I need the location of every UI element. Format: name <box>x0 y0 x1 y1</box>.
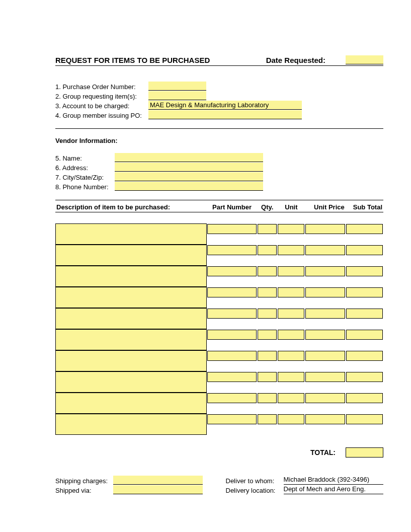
price-field[interactable] <box>305 224 345 234</box>
unit-field[interactable] <box>278 309 304 319</box>
table-row <box>55 287 383 298</box>
items-table: Description of item to be purchased: Par… <box>55 202 383 435</box>
group-member-label: 4. Group member issuing PO: <box>55 112 148 119</box>
price-field[interactable] <box>305 372 345 382</box>
qty-field[interactable] <box>258 245 277 255</box>
price-field[interactable] <box>305 309 345 319</box>
part-field[interactable] <box>207 414 257 424</box>
part-field[interactable] <box>207 287 257 297</box>
unit-field[interactable] <box>278 266 304 276</box>
date-requested-label: Date Requested: <box>266 56 325 64</box>
qty-field[interactable] <box>258 287 277 297</box>
shipping-charges-field[interactable] <box>113 476 203 485</box>
description-field[interactable] <box>55 308 207 329</box>
part-field[interactable] <box>207 351 257 361</box>
vendor-csz-field[interactable] <box>115 172 263 181</box>
qty-field[interactable] <box>258 224 277 234</box>
unit-field[interactable] <box>278 393 304 403</box>
shipping-charges-label: Shipping charges: <box>55 477 113 485</box>
table-row <box>55 245 383 256</box>
part-field[interactable] <box>207 266 257 276</box>
date-requested-field[interactable] <box>346 55 383 64</box>
vendor-address-field[interactable] <box>115 163 263 172</box>
part-field[interactable] <box>207 309 257 319</box>
sub-field[interactable] <box>346 287 383 297</box>
price-field[interactable] <box>305 330 345 340</box>
price-field[interactable] <box>305 287 345 297</box>
part-field[interactable] <box>207 330 257 340</box>
unit-field[interactable] <box>278 372 304 382</box>
part-field[interactable] <box>207 372 257 382</box>
part-field[interactable] <box>207 245 257 255</box>
total-row: TOTAL: <box>55 447 383 458</box>
divider <box>55 200 383 200</box>
price-field[interactable] <box>305 266 345 276</box>
sub-field[interactable] <box>346 330 383 340</box>
vendor-csz-label: 7. City/State/Zip: <box>55 174 115 181</box>
po-number-field[interactable] <box>148 82 206 91</box>
group-requesting-field[interactable] <box>148 91 206 100</box>
description-field[interactable] <box>55 350 207 371</box>
vendor-address-label: 6. Address: <box>55 164 115 172</box>
qty-field[interactable] <box>258 372 277 382</box>
qty-field[interactable] <box>258 266 277 276</box>
sub-field[interactable] <box>346 245 383 255</box>
table-row <box>55 329 383 340</box>
sub-field[interactable] <box>346 224 383 234</box>
qty-field[interactable] <box>258 330 277 340</box>
col-description: Description of item to be purchased: <box>55 202 207 212</box>
unit-field[interactable] <box>278 287 304 297</box>
description-field[interactable] <box>55 329 207 350</box>
sub-field[interactable] <box>346 309 383 319</box>
col-unit: Unit <box>277 202 305 212</box>
description-field[interactable] <box>55 371 207 393</box>
table-row <box>55 350 383 361</box>
price-field[interactable] <box>305 414 345 424</box>
vendor-name-label: 5. Name: <box>55 155 115 162</box>
sub-field[interactable] <box>346 372 383 382</box>
part-field[interactable] <box>207 393 257 403</box>
description-field[interactable] <box>55 287 207 308</box>
vendor-phone-label: 8. Phone Number: <box>55 183 115 191</box>
table-row <box>55 223 383 235</box>
header-row: REQUEST FOR ITEMS TO BE PURCHASED Date R… <box>55 55 383 66</box>
price-field[interactable] <box>305 351 345 361</box>
sub-field[interactable] <box>346 414 383 424</box>
qty-field[interactable] <box>258 393 277 403</box>
qty-field[interactable] <box>258 414 277 424</box>
unit-field[interactable] <box>278 224 304 234</box>
deliver-to-value: Michael Braddock (392-3496) <box>284 476 384 485</box>
description-field[interactable] <box>55 245 207 266</box>
price-field[interactable] <box>305 393 345 403</box>
vendor-name-field[interactable] <box>115 153 263 162</box>
group-member-field[interactable] <box>148 110 302 119</box>
page-title: REQUEST FOR ITEMS TO BE PURCHASED <box>55 56 266 64</box>
vendor-phone-field[interactable] <box>115 182 263 191</box>
description-field[interactable] <box>55 414 207 435</box>
table-row <box>55 414 383 425</box>
unit-field[interactable] <box>278 351 304 361</box>
unit-field[interactable] <box>278 245 304 255</box>
sub-field[interactable] <box>346 351 383 361</box>
description-field[interactable] <box>55 266 207 287</box>
price-field[interactable] <box>305 245 345 255</box>
part-field[interactable] <box>207 224 257 234</box>
qty-field[interactable] <box>258 351 277 361</box>
unit-field[interactable] <box>278 330 304 340</box>
vendor-section-title: Vendor Information: <box>55 137 383 144</box>
unit-field[interactable] <box>278 414 304 424</box>
meta-block: 1. Purchase Order Number: 2. Group reque… <box>55 81 383 119</box>
col-part-number: Part Number <box>207 202 257 212</box>
sub-field[interactable] <box>346 266 383 276</box>
shipped-via-field[interactable] <box>113 485 203 494</box>
qty-field[interactable] <box>258 309 277 319</box>
shipped-via-label: Shipped via: <box>55 487 113 494</box>
account-charged-label: 3. Account to be charged: <box>55 102 148 110</box>
total-field[interactable] <box>346 447 383 458</box>
description-field[interactable] <box>55 393 207 414</box>
description-field[interactable] <box>55 223 207 245</box>
col-unit-price: Unit Price <box>305 202 345 212</box>
sub-field[interactable] <box>346 393 383 403</box>
col-sub-total: Sub Total <box>346 202 383 212</box>
account-charged-field[interactable]: MAE Design & Manufacturing Laboratory <box>148 101 302 110</box>
